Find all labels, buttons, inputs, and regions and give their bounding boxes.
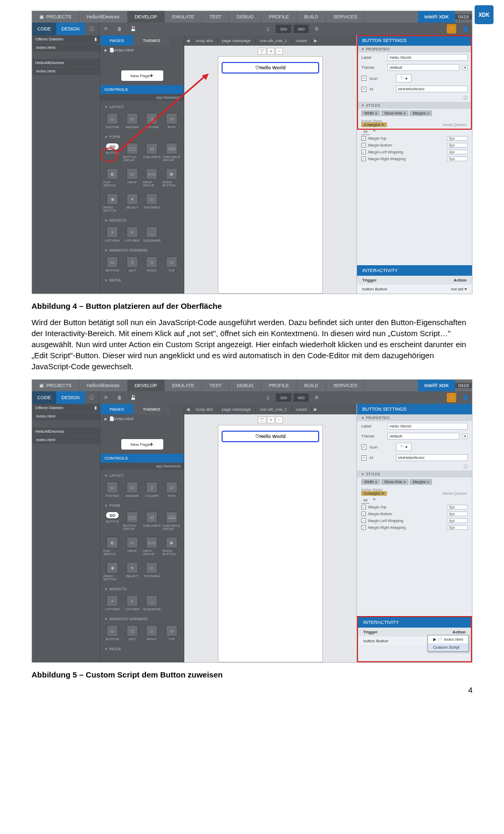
ctrl-textarea[interactable]: ▭TEXTAREA bbox=[143, 193, 161, 212]
tab-all[interactable]: All bbox=[361, 497, 370, 504]
id-input[interactable] bbox=[396, 86, 468, 92]
theme-input[interactable] bbox=[387, 433, 459, 440]
sb-width[interactable]: Width▾ bbox=[361, 110, 380, 116]
tab-services[interactable]: SERVICES bbox=[326, 11, 365, 23]
mode-code[interactable]: CODE bbox=[32, 23, 56, 35]
user-icon[interactable]: 👤 bbox=[460, 393, 470, 402]
sub-styles[interactable]: ▼STYLES bbox=[357, 102, 472, 109]
projects-tab[interactable]: ▣ PROJECTS bbox=[32, 380, 79, 391]
project-file-1[interactable]: index.html bbox=[32, 435, 100, 444]
crumb-row[interactable]: row uib_row_1 bbox=[256, 38, 292, 43]
new-page-button[interactable]: New Page ✚ bbox=[121, 439, 163, 450]
tab-build[interactable]: BUILD bbox=[297, 380, 326, 391]
info-icon[interactable]: ⓘ bbox=[87, 393, 97, 402]
crumb-body[interactable]: body afui bbox=[192, 38, 217, 43]
refresh-icon[interactable]: ⟳ bbox=[101, 24, 111, 34]
icon-checkbox[interactable]: ✓ bbox=[361, 76, 366, 81]
id-input[interactable] bbox=[396, 454, 468, 461]
page-index[interactable]: ▶📄 index.html bbox=[100, 46, 184, 55]
ctrl-inputgroup[interactable]: ▭▭INPUT GROUP bbox=[143, 168, 161, 187]
ctrl-listview2[interactable]: ≡LISTVIEW bbox=[123, 226, 142, 242]
project-name[interactable]: HelloAllDevices bbox=[79, 11, 128, 23]
ctrl-listview1[interactable]: ≡LISTVIEW bbox=[103, 226, 122, 242]
tab-pages[interactable]: PAGES bbox=[100, 404, 133, 414]
ctrl-checkbox[interactable]: ☑CHECKBOX bbox=[143, 143, 161, 162]
tab-pages[interactable]: PAGES bbox=[100, 35, 133, 46]
dim-h[interactable]: 480 bbox=[293, 393, 309, 402]
ctrl-sb-bottom[interactable]: ▭BOTTOM bbox=[103, 256, 122, 272]
tab-develop[interactable]: DEVELOP bbox=[128, 380, 165, 391]
tab-themes[interactable]: THEMES bbox=[133, 35, 170, 46]
mode-design[interactable]: DESIGN bbox=[56, 23, 85, 35]
hello-world-button[interactable]: ♡ Hello World bbox=[222, 62, 319, 74]
sub-form[interactable]: ▼FORM bbox=[102, 134, 182, 140]
sub-sidebars[interactable]: ▼ANIMATED SIDEBARS bbox=[102, 247, 182, 253]
label-input[interactable] bbox=[387, 423, 468, 430]
dim-w[interactable]: 320 bbox=[276, 393, 291, 402]
gear-icon[interactable]: ⚙ bbox=[312, 393, 321, 402]
sb-margins[interactable]: Margins▾ bbox=[410, 479, 432, 485]
sub-widgets[interactable]: ▼WIDGETS bbox=[102, 217, 182, 223]
tab-all[interactable]: All bbox=[361, 129, 370, 135]
phone-canvas[interactable]: ♡ Hello World bbox=[218, 56, 323, 294]
refresh-icon[interactable]: ⟳ bbox=[101, 393, 111, 402]
sub-media[interactable]: ▼MEDIA bbox=[102, 277, 182, 283]
device-icon[interactable]: ▯ bbox=[263, 393, 272, 402]
ctrl-sb-right[interactable]: ▯RIGHT bbox=[143, 256, 161, 272]
ctrl-header[interactable]: ▭HEADER bbox=[123, 113, 142, 129]
gear-icon[interactable]: ⚙ bbox=[312, 24, 321, 34]
device-icon[interactable]: ▯ bbox=[263, 24, 272, 34]
ctrl-select[interactable]: ▾SELECT bbox=[123, 193, 142, 212]
tab-themes[interactable]: THEMES bbox=[133, 404, 170, 414]
style-tag[interactable]: d-margins ✕ bbox=[361, 122, 387, 127]
tab-test[interactable]: TEST bbox=[202, 380, 229, 391]
theme-dd-icon[interactable]: ▾ bbox=[463, 65, 468, 70]
ctrl-row[interactable]: ▭ROW bbox=[163, 113, 181, 129]
label-input[interactable] bbox=[387, 54, 468, 61]
icon-picker[interactable]: ♡ ▾ bbox=[396, 74, 412, 82]
save-icon[interactable]: 💾 bbox=[129, 24, 138, 34]
action-value[interactable]: not set ▾ bbox=[451, 287, 467, 291]
user-icon[interactable]: 👤 bbox=[460, 24, 470, 34]
ctrl-sb-top[interactable]: ▭TOP bbox=[163, 256, 181, 272]
sb-showhide[interactable]: Show-Hide▾ bbox=[381, 479, 408, 485]
tab-build[interactable]: BUILD bbox=[297, 11, 326, 23]
tab-debug[interactable]: DEBUG bbox=[229, 11, 261, 23]
projects-tab[interactable]: ▣ PROJECTS bbox=[32, 11, 79, 23]
hello-world-button[interactable]: ♡ Hello World bbox=[222, 431, 319, 442]
ctrl-slidebars[interactable]: ⎯SLIDEBARS bbox=[143, 226, 161, 242]
crumb-page[interactable]: page mainpage bbox=[217, 38, 255, 43]
help-icon[interactable]: ? bbox=[447, 393, 456, 402]
open-file-1[interactable]: index.html bbox=[32, 412, 100, 420]
ctrl-footer[interactable]: ▭FOOTER bbox=[103, 113, 122, 129]
trash-icon[interactable]: 🗑 bbox=[115, 24, 124, 34]
save-icon[interactable]: 💾 bbox=[129, 393, 138, 402]
project-file-1[interactable]: index.html bbox=[32, 67, 100, 75]
tab-profile[interactable]: PROFILE bbox=[261, 11, 297, 23]
tab-develop[interactable]: DEVELOP bbox=[128, 11, 165, 23]
sub-properties[interactable]: ▼PROPERTIES bbox=[357, 46, 472, 53]
tab-test[interactable]: TEST bbox=[202, 11, 229, 23]
dropdown-item-index[interactable]: ▶ 📄 index.html bbox=[428, 635, 468, 643]
ctrl-flipswitch[interactable]: ◐FLIP SWITCH bbox=[103, 168, 122, 187]
theme-input[interactable] bbox=[387, 64, 459, 71]
mode-code[interactable]: CODE bbox=[32, 391, 56, 404]
tab-debug[interactable]: DEBUG bbox=[229, 380, 261, 391]
tab-close[interactable]: ✕ bbox=[373, 129, 376, 135]
dim-h[interactable]: 480 bbox=[293, 25, 309, 33]
ctrl-radio[interactable]: ◉RADIO BUTTON bbox=[163, 168, 181, 187]
tab-services[interactable]: SERVICES bbox=[326, 380, 365, 391]
project-name[interactable]: HelloAllDevices bbox=[79, 380, 128, 391]
ctrl-sb-left[interactable]: ▯LEFT bbox=[123, 256, 142, 272]
dim-w[interactable]: 320 bbox=[276, 25, 291, 33]
mode-design[interactable]: DESIGN bbox=[56, 391, 85, 404]
open-file-1[interactable]: index.html bbox=[32, 43, 100, 51]
interactivity-row[interactable]: button Button not set ▾ bbox=[357, 285, 472, 294]
sb-margins[interactable]: Margins▾ bbox=[410, 110, 432, 116]
sb-width[interactable]: Width▾ bbox=[361, 479, 380, 485]
sb-showhide[interactable]: Show-Hide▾ bbox=[381, 110, 408, 116]
tab-profile[interactable]: PROFILE bbox=[261, 380, 297, 391]
crumb-col[interactable]: colum bbox=[292, 38, 312, 43]
new-page-button[interactable]: New Page ✚ bbox=[121, 70, 163, 81]
info-icon[interactable]: ⓘ bbox=[87, 24, 97, 34]
